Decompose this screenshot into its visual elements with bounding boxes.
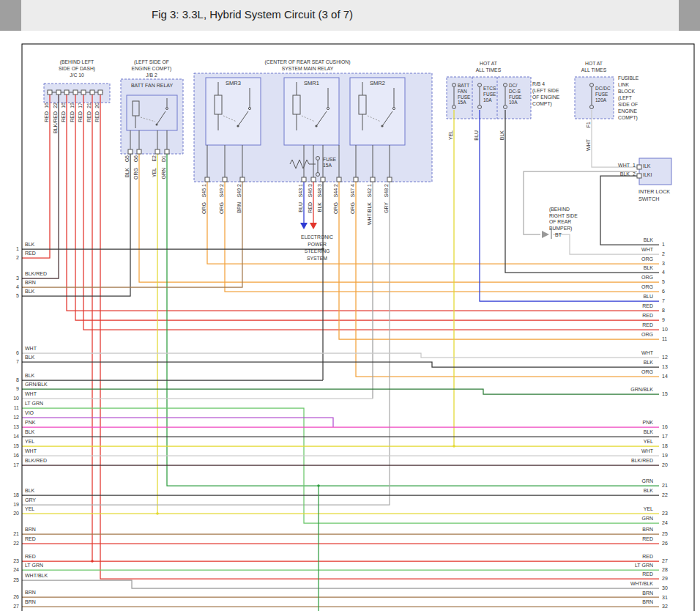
right-pin-wire-color: BLK xyxy=(606,237,653,242)
wire-color-label: BLK xyxy=(124,168,130,177)
right-pin-wire-color: RED xyxy=(606,571,653,577)
left-pin-wire-color: BRN xyxy=(25,590,36,595)
right-pin-number: 8 xyxy=(662,308,678,313)
note-eps-line: SYSTEM xyxy=(288,255,346,262)
right-pin-wire-color: ORG xyxy=(606,256,653,262)
wire-vio xyxy=(22,418,333,427)
left-pin-number: 2 xyxy=(6,255,19,260)
note-rb4-line: (LEFT SIDE xyxy=(532,87,566,94)
right-pin-wire-color: WHT xyxy=(606,448,653,453)
right-pin-number: 1 xyxy=(662,242,678,247)
label-smr3: SMR3 xyxy=(206,80,261,87)
wiring-diagram-page: Fig 3: 3.3L, Hybrid System Circuit (3 of… xyxy=(0,0,700,611)
wire-brn xyxy=(22,182,242,287)
left-pin-number: 22 xyxy=(6,541,19,546)
right-pin-number: 18 xyxy=(662,443,678,448)
left-pin-number: 20 xyxy=(6,511,19,516)
note-fusible-link-line: BLOCK xyxy=(618,88,650,95)
wire-color-label: BRN xyxy=(236,202,242,213)
left-pin-wire-color: BRN xyxy=(25,280,36,285)
jc10-pin-number: 22 xyxy=(52,103,59,108)
label-ilk: ILK xyxy=(643,163,665,170)
right-pin-number: 7 xyxy=(662,298,678,303)
note-rb4-line: R/B 4 xyxy=(532,81,566,87)
junction-dot xyxy=(317,484,320,487)
pin-box xyxy=(223,177,227,182)
right-pin-number: 20 xyxy=(662,462,678,467)
left-pin-number: 27 xyxy=(6,604,19,609)
note-jc10-line: J/C 10 xyxy=(42,72,111,78)
right-pin-number: 27 xyxy=(662,558,678,563)
right-pin-wire-color: RED xyxy=(606,322,653,327)
label-dcdc-fuse-line: DC/DC xyxy=(595,86,617,92)
note-fusible-link-line: COMPT) xyxy=(618,114,650,121)
wire-wht xyxy=(22,353,659,358)
label-ilki: ILKI xyxy=(643,171,665,179)
label-batt-fan-fuse-line: 15A xyxy=(458,100,480,105)
left-pin-number: 8 xyxy=(6,377,19,382)
right-pin-number: 30 xyxy=(662,585,678,590)
label-etcs-fuse-line: FUSE xyxy=(483,92,505,97)
pin-box xyxy=(81,90,86,95)
right-pin-wire-color: GRN xyxy=(606,516,653,521)
right-pin-wire-color: RED xyxy=(606,313,653,318)
jc10-pin-number: 21 xyxy=(86,103,92,108)
note-smr-line: (CENTER OF REAR SEAT CUSHION) xyxy=(216,59,399,65)
label-batt-fan-fuse-line: FAN xyxy=(458,89,480,95)
note-smr-line: SYSTEM MAIN RELAY xyxy=(216,65,399,72)
label-ilk-pin-1-line: 1 xyxy=(633,162,638,169)
wire-blk xyxy=(600,176,659,245)
left-pin-number: 16 xyxy=(6,453,19,458)
label-smr2: SMR2 xyxy=(350,80,405,87)
right-pin-number: 11 xyxy=(662,336,678,341)
label-bt: BT xyxy=(555,232,567,239)
left-pin-number: 11 xyxy=(6,405,19,410)
note-smr: (CENTER OF REAR SEAT CUSHION)SYSTEM MAIN… xyxy=(216,59,399,72)
label-dcdc-fuse: DC/DCFUSE120A xyxy=(595,86,617,103)
left-pin-number: 19 xyxy=(6,502,19,507)
label-ilki-wire-color: BLK xyxy=(614,171,630,178)
left-pin-wire-color: GRY xyxy=(25,497,36,503)
right-pin-number: 14 xyxy=(662,374,678,379)
left-pin-wire-color: BLK xyxy=(25,488,34,493)
jb2-pin-id: G6 xyxy=(133,155,139,162)
right-pin-wire-color: RED xyxy=(606,536,653,541)
right-pin-wire-color: WHT/BLK xyxy=(606,581,653,586)
left-pin-number: 13 xyxy=(6,424,19,429)
pin-box xyxy=(205,177,209,182)
label-fuse-15a-line: 15A xyxy=(323,163,343,169)
left-pin-wire-color: VIO xyxy=(25,410,34,415)
left-pin-number: 18 xyxy=(6,492,19,497)
label-ilk-pin-1: 1 xyxy=(633,162,638,169)
left-pin-wire-color: BLK xyxy=(25,373,34,378)
wire-blk xyxy=(22,362,659,367)
note-hot2-line: HOT AT xyxy=(567,60,621,67)
right-pin-wire-color: BRN xyxy=(606,590,653,596)
note-fusible-link-line: SIDE OF xyxy=(618,101,650,108)
right-pin-wire-color: PNK xyxy=(606,420,653,425)
wire-color-label: WHT/BLK xyxy=(366,202,373,225)
pin-box xyxy=(56,90,61,95)
pin-box xyxy=(302,177,306,182)
left-pin-number: 9 xyxy=(6,386,19,391)
note-eps: ELECTRONICPOWERSTEERINGSYSTEM xyxy=(288,234,346,262)
wire-color-label: BLU xyxy=(473,130,480,141)
left-pin-number: 26 xyxy=(6,594,19,599)
note-bumper-line: BUMPER) xyxy=(549,226,592,232)
jc10-pin-number: 17 xyxy=(77,103,83,108)
jc10-pin-number: 19 xyxy=(69,103,75,108)
right-pin-number: 28 xyxy=(662,567,678,572)
right-pin-wire-color: YEL xyxy=(606,439,653,444)
left-pin-wire-color: BLK xyxy=(25,242,34,247)
left-pin-wire-color: YEL xyxy=(25,439,34,444)
label-batt-fan-relay: BATT FAN RELAY xyxy=(122,82,182,89)
jb2-pin-id: G5 xyxy=(124,155,130,162)
note-jb2: (LEFT SIDE OFENGINE COMPT)J/B 2 xyxy=(120,59,183,78)
jb2-pin-id: D1 xyxy=(160,155,167,162)
wire-color-label: ORG xyxy=(201,202,207,214)
note-jb2-line: ENGINE COMPT) xyxy=(120,65,183,72)
note-bumper-line: (BEHIND xyxy=(549,207,592,213)
pin-box xyxy=(98,90,103,95)
pin-box xyxy=(371,177,375,182)
header-corner-left xyxy=(0,0,21,31)
